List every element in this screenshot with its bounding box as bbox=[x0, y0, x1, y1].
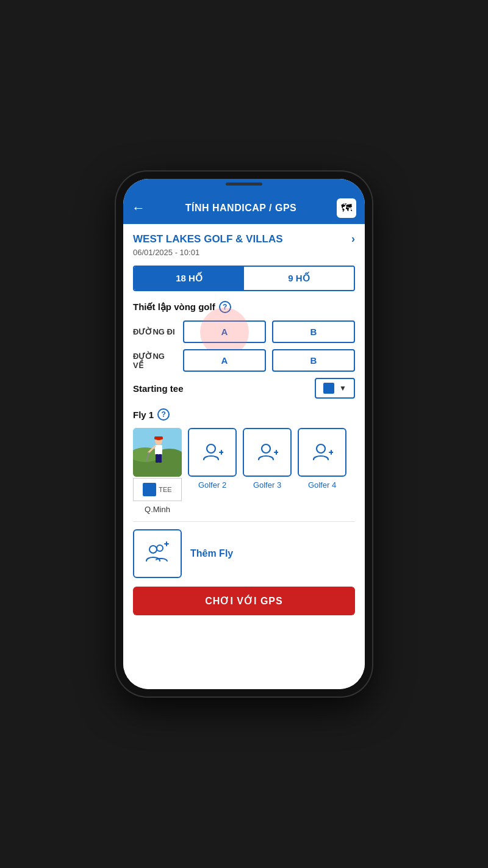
add-fly-label[interactable]: Thêm Fly bbox=[190, 548, 233, 559]
route-return-btn-b[interactable]: B bbox=[272, 349, 355, 372]
course-date: 06/01/2025 - 10:01 bbox=[133, 248, 355, 257]
map-icon[interactable]: 🗺 bbox=[337, 198, 356, 218]
setup-help-icon[interactable]: ? bbox=[219, 301, 231, 313]
phone-screen: ← TÍNH HANDICAP / GPS 🗺 WEST LAKES GOLF … bbox=[123, 179, 365, 689]
golfer-3-name: Golfer 3 bbox=[253, 480, 281, 490]
svg-rect-11 bbox=[154, 436, 163, 439]
golfer-photo-bg bbox=[133, 428, 182, 477]
svg-point-22 bbox=[157, 545, 163, 551]
add-fly-icon bbox=[145, 541, 170, 566]
hole-tabs: 18 HỐ 9 HỐ bbox=[133, 266, 355, 291]
golfer-4-add-btn[interactable] bbox=[298, 428, 346, 477]
golfer-3-add-btn[interactable] bbox=[243, 428, 292, 477]
golfer-grid: TEE Q.Minh bbox=[133, 428, 355, 514]
course-chevron[interactable]: › bbox=[351, 233, 355, 245]
svg-point-15 bbox=[262, 444, 270, 453]
golfer-3-card: Golfer 3 bbox=[243, 428, 292, 490]
nav-bar: ← TÍNH HANDICAP / GPS 🗺 bbox=[123, 193, 365, 224]
starting-tee-select[interactable]: ▼ bbox=[315, 378, 355, 399]
tee-text-label: TEE bbox=[159, 486, 171, 493]
golfer-2-add-btn[interactable] bbox=[188, 428, 237, 477]
golfer-1-name: Q.Minh bbox=[145, 505, 170, 514]
course-name[interactable]: WEST LAKES GOLF & VILLAS bbox=[133, 233, 283, 245]
route-return-btn-a[interactable]: A bbox=[183, 349, 266, 372]
svg-point-12 bbox=[207, 444, 215, 453]
svg-point-18 bbox=[317, 444, 325, 453]
add-person-icon-4 bbox=[311, 441, 333, 463]
route-go-label: ĐƯỜNG ĐI bbox=[133, 327, 177, 336]
back-button[interactable]: ← bbox=[132, 201, 145, 215]
add-fly-row: Thêm Fly bbox=[133, 529, 355, 578]
golfer-4-card: Golfer 4 bbox=[298, 428, 346, 490]
starting-tee-label: Starting tee bbox=[133, 383, 184, 394]
svg-rect-7 bbox=[159, 454, 162, 463]
route-row-return: ĐƯỜNG VỀ A B bbox=[133, 349, 355, 372]
golfer-svg bbox=[133, 428, 182, 477]
svg-rect-5 bbox=[155, 445, 162, 455]
golfer-1-photo[interactable] bbox=[133, 428, 182, 477]
golfer-2-name: Golfer 2 bbox=[198, 480, 226, 490]
tab-9-holes[interactable]: 9 HỐ bbox=[244, 267, 354, 290]
golfer-4-name: Golfer 4 bbox=[308, 480, 336, 490]
fly1-label: Fly 1 ? bbox=[133, 408, 355, 421]
route-return-label: ĐƯỜNG VỀ bbox=[133, 352, 177, 370]
tee-color-indicator bbox=[323, 383, 334, 394]
svg-rect-6 bbox=[156, 454, 159, 463]
map-emoji: 🗺 bbox=[341, 202, 352, 215]
route-row-go: ĐƯỜNG ĐI A B bbox=[133, 320, 355, 343]
phone-shell: ← TÍNH HANDICAP / GPS 🗺 WEST LAKES GOLF … bbox=[116, 172, 372, 696]
status-bar bbox=[123, 179, 365, 193]
add-person-icon-2 bbox=[201, 441, 223, 463]
route-go-btn-b[interactable]: B bbox=[272, 320, 355, 343]
tab-18-holes[interactable]: 18 HỐ bbox=[134, 267, 244, 290]
section-divider bbox=[133, 521, 355, 522]
tee-color-badge bbox=[143, 483, 156, 496]
play-with-gps-button[interactable]: CHƠI VỚI GPS bbox=[133, 587, 355, 615]
starting-tee-row: Starting tee ▼ bbox=[133, 378, 355, 399]
fly1-help-icon[interactable]: ? bbox=[157, 408, 170, 421]
add-fly-button[interactable] bbox=[133, 529, 182, 578]
golfer-1-tee-info: TEE bbox=[133, 478, 182, 501]
tee-dropdown-arrow: ▼ bbox=[339, 384, 346, 392]
golfer-1-card: TEE Q.Minh bbox=[133, 428, 182, 514]
add-person-icon-3 bbox=[256, 441, 278, 463]
page-title: TÍNH HANDICAP / GPS bbox=[185, 203, 297, 214]
fly1-section: Fly 1 ? bbox=[133, 408, 355, 514]
content-area: WEST LAKES GOLF & VILLAS › 06/01/2025 - … bbox=[123, 224, 365, 689]
golfer-2-card: Golfer 2 bbox=[188, 428, 237, 490]
route-go-btn-a[interactable]: A bbox=[183, 320, 266, 343]
svg-point-21 bbox=[149, 546, 157, 553]
course-header: WEST LAKES GOLF & VILLAS › bbox=[133, 233, 355, 245]
setup-section-label: Thiết lập vòng golf ? bbox=[133, 301, 355, 313]
